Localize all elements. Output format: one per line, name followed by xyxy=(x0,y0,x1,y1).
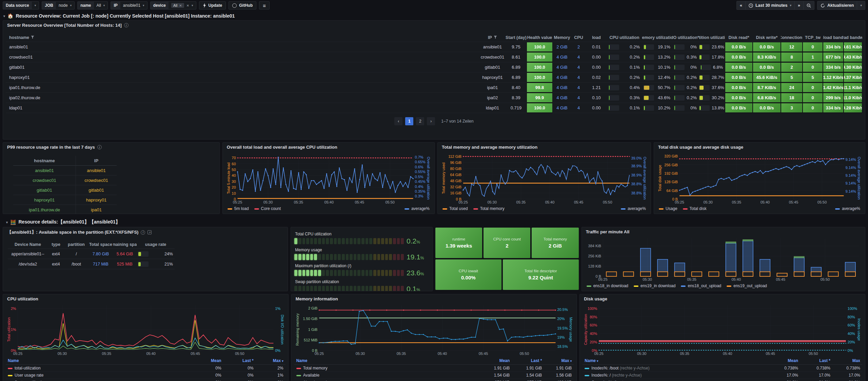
load-chart[interactable]: 05:2505:3005:3505:4005:4505:500102030405… xyxy=(225,151,432,205)
ip-link[interactable]: ipa01 xyxy=(91,207,102,212)
info-icon[interactable] xyxy=(141,230,145,235)
series-name[interactable]: Inodes%: / (rechte y-Achse) xyxy=(585,373,768,378)
time-shift-back-button[interactable]: « xyxy=(737,1,746,9)
stat-cpu-iowait[interactable]: CPU iowait0.00% xyxy=(435,259,501,290)
memory-cell[interactable]: 4 GiB xyxy=(553,103,571,113)
filter-funnel-icon[interactable] xyxy=(494,36,497,39)
legend-item[interactable]: Usage xyxy=(659,206,677,211)
time-shift-forward-button[interactable]: » xyxy=(795,1,804,9)
legend-col-name[interactable]: Name▾ xyxy=(585,358,768,363)
legend-item[interactable]: ens18_in download xyxy=(587,283,628,288)
legend-item[interactable]: Total disk xyxy=(683,206,707,211)
memory-cell[interactable]: 4 GiB xyxy=(553,83,571,93)
column-header-download-bandwidth[interactable]: download bandwidth xyxy=(823,33,844,42)
column-header-cpu-utilization[interactable]: CPU utilization xyxy=(607,33,642,42)
panel-title[interactable]: Server Resource Overview [Total Number o… xyxy=(3,21,865,29)
stat-total-memory[interactable]: Total memory2 GiB xyxy=(532,228,578,258)
column-header-start-day-[interactable]: Start (day) xyxy=(506,33,527,42)
page-button-2[interactable]: 2 xyxy=(416,117,424,125)
hostname-link[interactable]: gitlab01 xyxy=(37,188,52,193)
cpu-util-chart[interactable]: 05:2505:3005:3505:4005:4505:500%1%2%0%1%… xyxy=(6,303,285,356)
disk-usage-chart[interactable]: 05:2505:3005:3505:4005:4505:500%20%40%60… xyxy=(583,303,862,356)
cpu-count-cell[interactable]: 4 xyxy=(571,83,586,93)
info-icon[interactable] xyxy=(124,23,129,27)
ip-link[interactable]: gitlab01 xyxy=(88,188,104,193)
column-header-load[interactable]: load xyxy=(586,33,607,42)
panel-title[interactable]: P99 resource usage rate in the last 7 da… xyxy=(3,143,219,151)
row-header-details[interactable]: ▾ 🧮 Resource details:【ansible01】【ansible… xyxy=(3,217,865,227)
column-header-connections[interactable]: Connections xyxy=(781,33,803,42)
variable-job[interactable]: JOBnode▾ xyxy=(42,1,75,9)
variable-data-source[interactable]: Data source▾ xyxy=(3,1,39,9)
variable-value[interactable]: ansible01▾ xyxy=(120,2,147,9)
update-button[interactable]: Update xyxy=(199,1,226,9)
page-prev-button[interactable]: ‹ xyxy=(394,117,402,125)
column-header-partition-utilization-[interactable]: Partition utilization* xyxy=(699,33,725,42)
legend-col-last[interactable]: Last * xyxy=(510,358,542,363)
cpu-count-cell[interactable]: 4 xyxy=(571,72,586,83)
external-link-icon[interactable] xyxy=(147,230,152,234)
legend-col-mean[interactable]: Mean xyxy=(191,358,221,363)
refresh-button[interactable]: Aktualisieren xyxy=(817,1,857,9)
page-next-button[interactable]: › xyxy=(427,117,435,125)
legend-col-name[interactable]: Name xyxy=(296,358,479,363)
column-header-ip[interactable]: IP xyxy=(479,33,506,42)
ip-link[interactable]: ansible01 xyxy=(87,168,106,173)
hostname-link[interactable]: ansible01 xyxy=(35,168,54,173)
legend-col-max[interactable]: Max▾ xyxy=(542,358,572,363)
page-button-1[interactable]: 1 xyxy=(405,117,413,125)
selected-tag[interactable]: All✕ xyxy=(171,3,184,8)
cpu-count-cell[interactable]: 4 xyxy=(571,52,586,62)
clear-all-icon[interactable]: ✕ xyxy=(186,4,189,7)
cpu-count-cell[interactable]: 2 xyxy=(571,42,586,52)
memory-cell[interactable]: 2 GiB xyxy=(553,42,571,52)
legend-col-last[interactable]: Last * xyxy=(798,358,830,363)
stat-cpu-core-count[interactable]: CPU core count2 xyxy=(484,228,530,258)
ip-link[interactable]: crowdsec01 xyxy=(84,178,108,183)
legend-item[interactable]: ens19_out_upload xyxy=(727,283,767,288)
memory-cell[interactable]: 4 GiB xyxy=(553,72,571,83)
column-header-disk-read-[interactable]: Disk read* xyxy=(725,33,753,42)
ip-link[interactable]: haproxy01 xyxy=(86,197,107,203)
variable-value[interactable]: ▾ xyxy=(32,2,39,9)
legend-item[interactable]: 5m load xyxy=(228,206,249,211)
legend-item[interactable]: ens18_out_upload xyxy=(681,283,721,288)
column-header-hostname[interactable]: hostname xyxy=(6,33,479,42)
hostname-link[interactable]: crowdsec01 xyxy=(33,178,56,183)
memory-chart[interactable]: 05:2505:3005:3505:4005:4505:500 B16 GiB3… xyxy=(440,151,648,205)
column-header-health-value[interactable]: Health value xyxy=(527,33,553,42)
memory-cell[interactable]: 4 GiB xyxy=(553,52,571,62)
info-icon[interactable] xyxy=(97,145,102,149)
column-header-tcp-tw[interactable]: TCP_tw xyxy=(803,33,823,42)
legend-item[interactable]: ens19_in download xyxy=(634,283,675,288)
memory-cell[interactable]: 4 GiB xyxy=(553,62,571,72)
panel-title[interactable]: 【ansible01】: Available space in the part… xyxy=(3,227,288,237)
legend-col-max[interactable]: Max▾ xyxy=(254,358,283,363)
filter-icon[interactable] xyxy=(494,35,497,40)
legend-item[interactable]: average% xyxy=(621,206,646,211)
menu-button[interactable]: ≡ xyxy=(259,1,270,9)
hostname-link[interactable]: ipa01.thurow.de xyxy=(29,207,60,212)
cpu-count-cell[interactable]: 4 xyxy=(571,93,586,103)
memory-cell[interactable]: 4 GiB xyxy=(553,93,571,103)
memory-info-chart[interactable]: 05:2505:3005:3505:4005:4505:500 B512 MiB… xyxy=(294,303,574,356)
variable-value[interactable]: node▾ xyxy=(56,2,74,9)
zoom-out-button[interactable] xyxy=(804,1,814,9)
variable-value[interactable]: All▾ xyxy=(94,2,108,9)
series-name[interactable]: Available xyxy=(296,373,479,378)
remove-tag-icon[interactable]: ✕ xyxy=(179,4,182,7)
legend-col-name[interactable]: Name xyxy=(8,358,191,363)
series-name[interactable]: User usage rate xyxy=(8,373,191,378)
column-header-memory[interactable]: Memory xyxy=(553,33,571,42)
column-header-cpu[interactable]: CPU xyxy=(571,33,586,42)
disk-chart[interactable]: 05:2505:3005:3505:4005:4505:500 B64 GiB1… xyxy=(657,151,862,205)
stat-total-file-descriptor[interactable]: Total file descriptor9.22 Quint xyxy=(503,259,579,290)
cpu-count-cell[interactable]: 4 xyxy=(571,103,586,113)
legend-col-max[interactable]: Max xyxy=(830,358,860,363)
time-range-picker[interactable]: Last 30 minutes ▾ xyxy=(746,1,795,9)
series-name[interactable]: total-utilization xyxy=(8,366,191,371)
column-header-io-utilization-[interactable]: IO utilization* xyxy=(672,33,699,42)
variable-device[interactable]: deviceAll✕✕▾ xyxy=(150,1,196,9)
legend-col-mean[interactable]: Mean xyxy=(479,358,510,363)
row-header-overview[interactable]: ▾ 🏠 Resource Overview: Current Job [: no… xyxy=(0,11,868,20)
